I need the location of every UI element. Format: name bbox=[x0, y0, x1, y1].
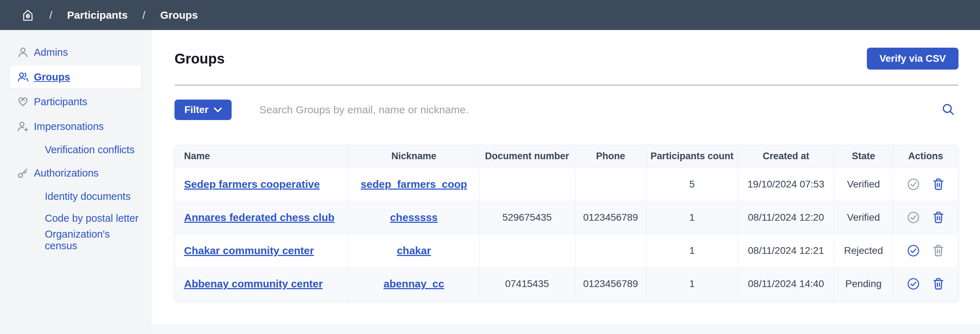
trash-icon bbox=[932, 277, 944, 291]
sidebar-item-label: Verification conflicts bbox=[45, 144, 135, 156]
sidebar-item-organizations-census[interactable]: Organization's census bbox=[10, 230, 141, 250]
group-name-link[interactable]: Chakar community center bbox=[184, 245, 314, 256]
breadcrumb-item-groups[interactable]: Groups bbox=[160, 9, 198, 21]
column-header-name: Name bbox=[175, 145, 348, 168]
user-add-icon bbox=[17, 120, 29, 133]
trash-icon bbox=[932, 211, 944, 224]
table-row: Abbenay community center abennay_cc 0741… bbox=[175, 267, 958, 300]
table-row: Sedep farmers cooperative sedep_farmers_… bbox=[175, 168, 958, 201]
table-row: Annares federated chess club chesssss 52… bbox=[175, 201, 958, 234]
actions-cell bbox=[893, 168, 958, 201]
check-circle-icon bbox=[907, 178, 920, 191]
delete-group-button[interactable] bbox=[932, 277, 944, 291]
user-icon bbox=[17, 46, 29, 58]
participants-count-cell: 5 bbox=[646, 168, 738, 201]
phone-cell: 0123456789 bbox=[575, 267, 646, 300]
created-at-cell: 08/11/2024 12:20 bbox=[738, 201, 834, 234]
state-cell: Verified bbox=[834, 168, 893, 201]
actions-cell bbox=[893, 234, 958, 267]
sidebar-item-code-by-postal-letter[interactable]: Code by postal letter bbox=[10, 208, 141, 229]
search-input[interactable] bbox=[259, 104, 939, 116]
trash-icon bbox=[932, 177, 944, 191]
search-toolbar: Filter bbox=[175, 99, 958, 120]
state-cell: Pending bbox=[834, 267, 893, 300]
verify-group-button[interactable] bbox=[907, 278, 920, 290]
search-icon[interactable] bbox=[939, 103, 958, 117]
created-at-cell: 08/11/2024 14:40 bbox=[738, 267, 834, 300]
chevron-down-icon bbox=[214, 107, 222, 112]
groups-table: Name Nickname Document number Phone Part… bbox=[175, 145, 958, 301]
state-cell: Verified bbox=[834, 201, 893, 234]
column-header-state: State bbox=[834, 145, 893, 168]
title-divider bbox=[175, 85, 958, 85]
created-at-cell: 19/10/2024 07:53 bbox=[738, 168, 834, 201]
group-icon bbox=[17, 71, 29, 83]
delete-group-button[interactable] bbox=[932, 177, 944, 191]
sidebar-item-label: Admins bbox=[34, 46, 68, 58]
column-header-nickname: Nickname bbox=[348, 145, 479, 168]
document-number-cell: 07415435 bbox=[479, 267, 575, 300]
check-circle-icon bbox=[907, 211, 920, 224]
breadcrumb-separator: / bbox=[49, 9, 52, 21]
column-header-document-number: Document number bbox=[479, 145, 575, 168]
column-header-created-at: Created at bbox=[738, 145, 834, 168]
sidebar-item-authorizations[interactable]: Authorizations bbox=[10, 161, 141, 185]
participants-count-cell: 1 bbox=[646, 267, 738, 300]
delete-group-button[interactable] bbox=[932, 211, 944, 224]
page-title: Groups bbox=[175, 51, 224, 67]
sidebar-item-participants[interactable]: Participants bbox=[10, 90, 141, 113]
participants-count-cell: 1 bbox=[646, 201, 738, 234]
filter-button[interactable]: Filter bbox=[175, 99, 232, 120]
hand-heart-icon bbox=[17, 96, 29, 108]
verify-group-button[interactable] bbox=[907, 245, 920, 257]
delete-group-button[interactable] bbox=[932, 244, 944, 257]
sidebar-item-verification-conflicts[interactable]: Verification conflicts bbox=[10, 139, 141, 160]
verify-group-button[interactable] bbox=[907, 211, 920, 224]
sidebar-item-label: Impersonations bbox=[34, 121, 103, 133]
check-circle-icon bbox=[907, 278, 920, 290]
sidebar-item-admins[interactable]: Admins bbox=[10, 41, 141, 64]
state-cell: Rejected bbox=[834, 234, 893, 267]
group-nickname-link[interactable]: sedep_farmers_coop bbox=[361, 178, 467, 190]
group-nickname-link[interactable]: abennay_cc bbox=[383, 278, 444, 289]
trash-icon bbox=[932, 244, 944, 257]
column-header-participants-count: Participants count bbox=[646, 145, 738, 168]
group-name-link[interactable]: Annares federated chess club bbox=[184, 211, 334, 223]
phone-cell bbox=[575, 234, 646, 267]
sidebar-item-impersonations[interactable]: Impersonations bbox=[10, 115, 141, 138]
sidebar-item-label: Authorizations bbox=[34, 167, 99, 179]
group-name-link[interactable]: Sedep farmers cooperative bbox=[184, 178, 320, 190]
phone-cell: 0123456789 bbox=[575, 201, 646, 234]
sidebar-item-label: Code by postal letter bbox=[45, 213, 138, 224]
phone-cell bbox=[575, 168, 646, 201]
breadcrumb-separator: / bbox=[142, 9, 145, 21]
actions-cell bbox=[893, 267, 958, 300]
sidebar-item-label: Identity documents bbox=[45, 191, 130, 202]
created-at-cell: 08/11/2024 12:21 bbox=[738, 234, 834, 267]
column-header-phone: Phone bbox=[575, 145, 646, 168]
participants-count-cell: 1 bbox=[646, 234, 738, 267]
sidebar-item-identity-documents[interactable]: Identity documents bbox=[10, 186, 141, 206]
sidebar-item-label: Participants bbox=[34, 96, 88, 108]
group-nickname-link[interactable]: chesssss bbox=[390, 211, 438, 223]
breadcrumb: / Participants / Groups bbox=[0, 0, 980, 30]
group-nickname-link[interactable]: chakar bbox=[397, 245, 431, 256]
verify-group-button[interactable] bbox=[907, 178, 920, 191]
breadcrumb-item-participants[interactable]: Participants bbox=[67, 9, 127, 21]
check-circle-icon bbox=[907, 245, 920, 257]
sidebar-item-groups[interactable]: Groups bbox=[10, 66, 141, 89]
filter-button-label: Filter bbox=[185, 104, 208, 115]
table-row: Chakar community center chakar 1 08/11/2… bbox=[175, 234, 958, 267]
home-gear-icon bbox=[21, 8, 35, 22]
verify-via-csv-button[interactable]: Verify via CSV bbox=[867, 48, 958, 70]
document-number-cell: 529675435 bbox=[479, 201, 575, 234]
actions-cell bbox=[893, 201, 958, 234]
column-header-actions: Actions bbox=[893, 145, 958, 168]
main-content: Groups Verify via CSV Filter bbox=[151, 30, 980, 324]
document-number-cell bbox=[479, 234, 575, 267]
key-icon bbox=[17, 167, 29, 179]
document-number-cell bbox=[479, 168, 575, 201]
home-link[interactable] bbox=[21, 8, 35, 22]
group-name-link[interactable]: Abbenay community center bbox=[184, 278, 323, 289]
table-header-row: Name Nickname Document number Phone Part… bbox=[175, 145, 958, 168]
